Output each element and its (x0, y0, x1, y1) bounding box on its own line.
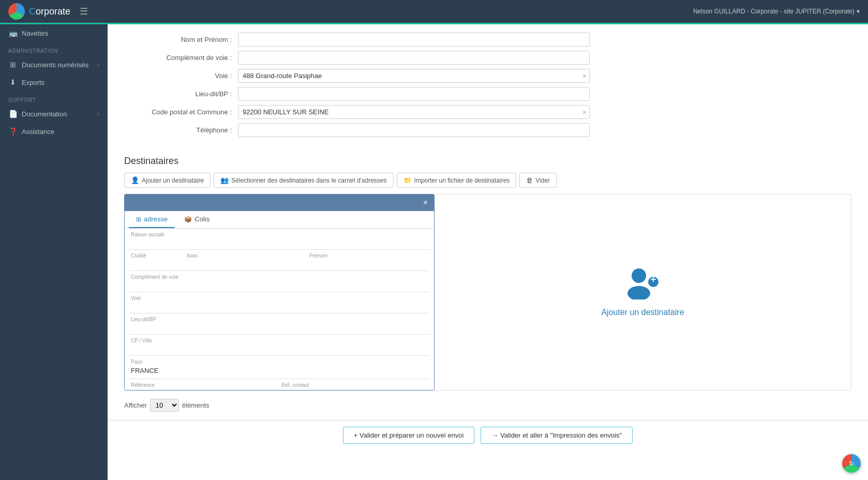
sidebar-item-documentation[interactable]: 📄 Documentation ‹ (0, 105, 108, 123)
label-lieu: Lieu-dit/BP : (124, 90, 238, 98)
empty-state-panel: Ajouter un destinataire (435, 194, 851, 391)
input-complement[interactable] (238, 51, 590, 65)
input-tel[interactable] (238, 123, 590, 137)
rf-complement-voie-label: Complément de voie (131, 274, 428, 280)
documents-icon: ⊞ (8, 61, 18, 69)
clear-voie-button[interactable]: × (582, 72, 587, 80)
sidebar-item-exports[interactable]: ⬇ Exports (0, 73, 108, 91)
main-content: Nom et Prénom : Complément de voie : Voi… (108, 24, 868, 480)
trash-icon: 🗑 (526, 176, 533, 184)
documentation-icon: 📄 (8, 110, 18, 118)
tab-colis-label: Colis (194, 215, 209, 223)
add-person-icon (624, 267, 662, 299)
rf-voie-input[interactable] (131, 302, 428, 310)
valider-nouvel-envoi-label: + Valider et préparer un nouvel envoi (354, 431, 464, 439)
rf-prenom-input[interactable] (309, 260, 428, 267)
bottom-bar: + Valider et préparer un nouvel envoi → … (108, 420, 868, 450)
rf-complement-voie-input[interactable] (131, 281, 428, 289)
rf-col-nom: Nom (187, 253, 305, 267)
rf-col-civilite: Civilité (131, 253, 183, 267)
select-people-icon: 👥 (220, 176, 229, 184)
adresse-tab-icon: ⊞ (136, 216, 141, 223)
card-tabs: ⊞ adresse 📦 Colis (125, 211, 434, 229)
layout: 🚌 Navettes ADMINISTRATION ⊞ Documents nu… (0, 24, 868, 480)
destinataires-header: Destinataires (108, 149, 868, 171)
chevron-icon: ‹ (97, 62, 99, 68)
vider-button[interactable]: 🗑 Vider (519, 173, 557, 188)
label-nom: Nom et Prénom : (124, 36, 238, 43)
import-dest-label: Importer un fichier de destinataires (414, 177, 510, 184)
rf-reference-input[interactable] (131, 389, 277, 391)
rf-raison-sociale-label: Raison sociale (131, 232, 428, 237)
user-label: Nelson GUILLARD - Corporate - site JUPIT… (693, 8, 855, 15)
brand-name: Corporate (29, 6, 70, 17)
exports-icon: ⬇ (8, 78, 18, 86)
valider-nouvel-envoi-button[interactable]: + Valider et préparer un nouvel envoi (343, 427, 475, 444)
form-row-complement: Complément de voie : (124, 51, 851, 65)
label-voie: Voie : (124, 72, 238, 80)
card-close-button[interactable]: × (423, 199, 428, 207)
rf-col-prenom: Prénom (309, 253, 428, 267)
rf-ref-contact-input[interactable] (281, 389, 428, 391)
sidebar-item-label: Documentation (22, 110, 67, 118)
select-destinataires-button[interactable]: 👥 Sélectionner des destinataires dans le… (214, 173, 393, 188)
rf-reference-label: Référence (131, 382, 277, 388)
rf-raison-sociale-input[interactable] (131, 238, 428, 246)
afficher-suffix: éléments (182, 401, 209, 409)
svg-point-0 (632, 268, 646, 283)
input-cp[interactable] (238, 105, 590, 119)
sidebar-item-label: Assistance (22, 128, 54, 136)
valider-impression-button[interactable]: → Valider et aller à "Impression des env… (481, 427, 633, 444)
assistance-icon: ❓ (8, 127, 18, 136)
input-lieu[interactable] (238, 87, 590, 101)
rf-complement-voie: Complément de voie (129, 271, 430, 292)
vider-label: Vider (535, 177, 550, 184)
navbar: Corporate ☰ Nelson GUILLARD - Corporate … (0, 0, 868, 23)
tab-colis[interactable]: 📦 Colis (177, 211, 217, 228)
sidebar-item-label: Exports (22, 79, 44, 86)
import-destinataires-button[interactable]: 📁 Importer un fichier de destinataires (397, 173, 517, 188)
recipient-form-card: × ⊞ adresse 📦 Colis Raison sociale (124, 194, 435, 391)
tab-adresse[interactable]: ⊞ adresse (129, 211, 175, 228)
sidebar: 🚌 Navettes ADMINISTRATION ⊞ Documents nu… (0, 24, 108, 480)
rf-cp-ville-label: CP / Ville (131, 338, 428, 343)
input-nom[interactable] (238, 33, 590, 47)
form-row-tel: Téléphone : (124, 123, 851, 137)
empty-state-text: Ajouter un destinataire (601, 308, 684, 317)
input-voie[interactable] (238, 69, 590, 83)
rf-voie: Voie (129, 292, 430, 313)
add-person-icon: 👤 (131, 176, 139, 184)
rf-nom-input[interactable] (187, 260, 305, 267)
voie-input-container: × (238, 69, 590, 83)
brand-logo (8, 3, 25, 20)
form-section: Nom et Prénom : Complément de voie : Voi… (108, 24, 868, 149)
sidebar-item-assistance[interactable]: ❓ Assistance (0, 123, 108, 140)
import-icon: 📁 (403, 176, 412, 184)
hamburger-icon[interactable]: ☰ (80, 6, 88, 17)
rf-cp-ville-input[interactable] (131, 344, 428, 352)
add-destinataire-button[interactable]: 👤 Ajouter un destinataire (124, 173, 211, 188)
rf-raison-sociale: Raison sociale (129, 229, 430, 250)
rf-lieu-dit-input[interactable] (131, 323, 428, 331)
navettes-icon: 🚌 (8, 29, 18, 37)
sidebar-item-documents[interactable]: ⊞ Documents numérisés ‹ (0, 56, 108, 73)
rf-cp-ville: CP / Ville (129, 335, 430, 356)
refresh-float-button[interactable]: ↻ (842, 454, 861, 473)
rf-prenom-label: Prénom (309, 253, 428, 259)
rf-pays-value: FRANCE (131, 366, 428, 376)
rf-voie-label: Voie (131, 295, 428, 301)
label-tel: Téléphone : (124, 126, 238, 134)
user-menu[interactable]: Nelson GUILLARD - Corporate - site JUPIT… (693, 8, 860, 15)
rf-civilite-input[interactable] (131, 260, 183, 267)
form-row-lieu: Lieu-dit/BP : (124, 87, 851, 101)
add-dest-label: Ajouter un destinataire (142, 177, 204, 184)
clear-cp-button[interactable]: × (582, 108, 587, 116)
form-row-cp: Code postal et Commune : × (124, 105, 851, 119)
recipient-form-body: Raison sociale Civilité Nom (125, 229, 434, 391)
chevron-icon: ‹ (97, 111, 99, 117)
rf-row-ref: Référence Réf. contact (129, 379, 430, 391)
sidebar-item-navettes[interactable]: 🚌 Navettes (0, 24, 108, 42)
afficher-select[interactable]: 5 10 25 50 100 (150, 399, 179, 412)
form-row-nom: Nom et Prénom : (124, 33, 851, 47)
user-chevron-icon: ▾ (857, 8, 860, 15)
